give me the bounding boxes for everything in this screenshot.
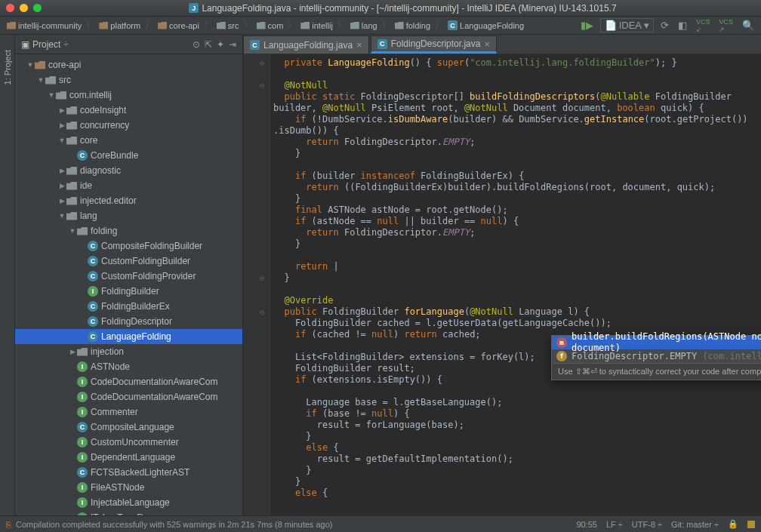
editor-tabs: CLanguageFolding.java×CFoldingDescriptor… (243, 35, 761, 54)
completion-item[interactable]: mbuilder.buildFoldRegions(ASTNode node, … (552, 336, 761, 349)
hector-icon[interactable] (747, 521, 755, 528)
close-window[interactable] (6, 4, 14, 12)
tree-item[interactable]: ICodeDocumentationAwareCom (15, 389, 242, 404)
view-selector[interactable]: ▣ Project ÷ (21, 39, 69, 50)
tree-item[interactable]: IDependentLanguage (15, 450, 242, 465)
tree-item[interactable]: CFCTSBackedLighterAST (15, 465, 242, 480)
minimize-window[interactable] (20, 4, 28, 12)
tree-item[interactable]: IITokenTypeRemapper (15, 510, 242, 515)
breadcrumb-item[interactable]: com (254, 20, 286, 31)
code-body[interactable]: private LanguageFolding() { super("com.i… (273, 54, 761, 502)
popup-hint: Use ⇧⌘⏎ to syntactically correct your co… (552, 363, 761, 380)
breadcrumb: intellij-community〉platform〉core-api〉src… (5, 20, 578, 31)
window-controls (6, 4, 42, 12)
tree-item[interactable]: IFileASTNode (15, 480, 242, 495)
breadcrumb-item[interactable]: intellij-community (5, 20, 84, 31)
tree-item[interactable]: ▼core (15, 133, 242, 148)
tree-item[interactable]: ▶concurrency (15, 118, 242, 133)
search-icon[interactable]: 🔍 (740, 20, 756, 31)
tree-item[interactable]: CCustomFoldingBuilder (15, 254, 242, 269)
tool-strip-left: 1: Project (0, 35, 15, 515)
tree-item[interactable]: ▼core-api (15, 57, 242, 72)
tree-item[interactable]: ▼lang (15, 208, 242, 223)
breadcrumb-item[interactable]: core-api (156, 20, 202, 31)
breadcrumb-item[interactable]: CLanguageFolding (445, 20, 526, 31)
tree-item[interactable]: ICodeDocumentationAwareCom (15, 374, 242, 389)
tree-item[interactable]: ▼folding (15, 223, 242, 238)
navigation-bar: intellij-community〉platform〉core-api〉src… (0, 17, 761, 35)
tree-item[interactable]: CFoldingBuilderEx (15, 299, 242, 314)
status-icon: ⎘ (6, 520, 11, 529)
tree-item[interactable]: CLanguageFolding (15, 329, 242, 344)
tree-item[interactable]: ▼src (15, 72, 242, 88)
window-title: J LanguageFolding.java - intellij-commun… (51, 3, 755, 14)
collapse-icon[interactable]: ⇱ (205, 39, 212, 50)
breadcrumb-item[interactable]: platform (97, 20, 143, 31)
tree-item[interactable]: CCompositeLanguage (15, 420, 242, 435)
line-separator[interactable]: LF ÷ (606, 520, 623, 529)
autoscroll-icon[interactable]: ⊙ (193, 39, 200, 50)
breadcrumb-item[interactable]: intellij (298, 20, 335, 31)
tree-item[interactable]: CFoldingDescriptor (15, 314, 242, 329)
editor-area: CLanguageFolding.java×CFoldingDescriptor… (243, 35, 761, 515)
tree-item[interactable]: ▶injected.editor (15, 193, 242, 208)
tree-item[interactable]: CCoreBundle (15, 148, 242, 163)
settings-icon[interactable]: ✦ (217, 39, 224, 50)
tree-item[interactable]: ICustomUncommenter (15, 435, 242, 450)
sidebar-header: ▣ Project ÷ ⊙ ⇱ ✦ ⇥ (15, 35, 242, 54)
structure-icon[interactable]: ◧ (676, 20, 689, 31)
tree-item[interactable]: ICommenter (15, 404, 242, 420)
tree-item[interactable]: ▶diagnostic (15, 163, 242, 178)
run-config[interactable]: 📄 IDEA ▾ (600, 18, 654, 32)
vcs-icon-2[interactable]: VCS↗ (716, 18, 735, 33)
tree-item[interactable]: ▼com.intellij (15, 88, 242, 103)
project-sidebar: ▣ Project ÷ ⊙ ⇱ ✦ ⇥ ▼core-api▼src▼com.in… (15, 35, 243, 515)
caret-position[interactable]: 90:55 (576, 520, 597, 529)
breadcrumb-item[interactable]: src (214, 20, 242, 31)
tree-item[interactable]: ▶injection (15, 344, 242, 359)
git-branch[interactable]: Git: master ÷ (671, 520, 719, 529)
file-icon: J (189, 3, 199, 13)
tree-item[interactable]: IInjectableLanguage (15, 495, 242, 510)
tree-item[interactable]: CCustomFoldingProvider (15, 269, 242, 284)
completion-item[interactable]: fFoldingDescriptor.EMPTY (com.intellij.l… (552, 349, 761, 363)
hide-icon[interactable]: ⇥ (229, 39, 236, 50)
completion-popup[interactable]: mbuilder.buildFoldRegions(ASTNode node, … (551, 335, 761, 380)
tab-close-icon[interactable]: × (484, 38, 490, 50)
breadcrumb-item[interactable]: folding (393, 20, 433, 31)
tree-item[interactable]: ▶ide (15, 178, 242, 193)
code-editor[interactable]: ⊖⊖⊖⊖ private LanguageFolding() { super("… (243, 54, 761, 515)
tree-item[interactable]: IASTNode (15, 359, 242, 374)
breadcrumb-item[interactable]: lang (348, 20, 380, 31)
titlebar: J LanguageFolding.java - intellij-commun… (0, 0, 761, 17)
run-target[interactable]: ▮▶ (578, 20, 596, 31)
editor-tab[interactable]: CLanguageFolding.java× (243, 35, 369, 54)
vcs-icon[interactable]: VCS↙ (694, 18, 713, 33)
toolbar-right: ▮▶ 📄 IDEA ▾ ⟳ ◧ VCS↙ VCS↗ 🔍 (578, 18, 756, 33)
gutter[interactable]: ⊖⊖⊖⊖ (243, 54, 270, 515)
sync-icon[interactable]: ⟳ (658, 20, 671, 31)
tree-item[interactable]: CCompositeFoldingBuilder (15, 238, 242, 254)
project-tree[interactable]: ▼core-api▼src▼com.intellij▶codeInsight▶c… (15, 54, 242, 515)
tree-item[interactable]: IFoldingBuilder (15, 284, 242, 299)
lock-icon[interactable]: 🔒 (728, 519, 738, 529)
status-message: Compilation completed successfully with … (16, 520, 332, 529)
statusbar: ⎘ Compilation completed successfully wit… (0, 515, 761, 532)
maximize-window[interactable] (33, 4, 42, 12)
editor-tab[interactable]: CFoldingDescriptor.java× (371, 35, 497, 54)
main-area: 1: Project ▣ Project ÷ ⊙ ⇱ ✦ ⇥ ▼core-api… (0, 35, 761, 515)
project-tool-button[interactable]: 1: Project (3, 50, 12, 85)
tab-close-icon[interactable]: × (356, 39, 362, 51)
encoding[interactable]: UTF-8 ÷ (632, 520, 662, 529)
tree-item[interactable]: ▶codeInsight (15, 103, 242, 118)
